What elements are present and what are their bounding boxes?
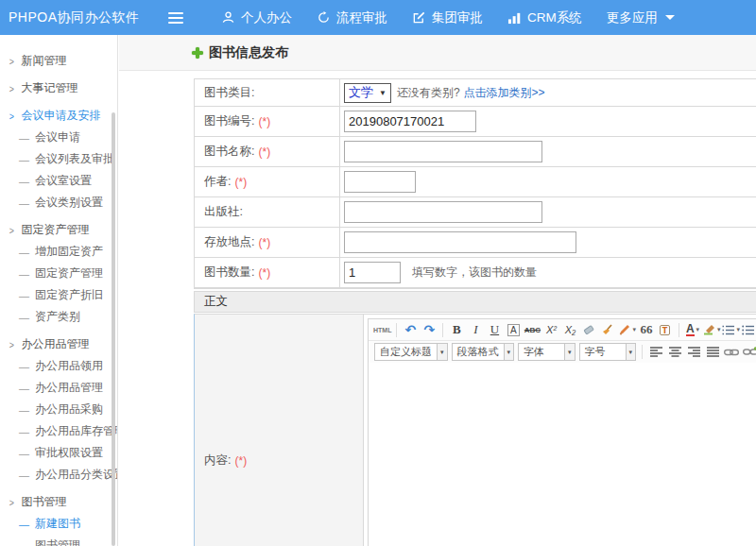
category-select[interactable]: 文学 ▼ <box>344 83 391 103</box>
form-row-book-number: 图书编号:(*) <box>195 107 756 137</box>
unordered-list-icon <box>742 325 754 335</box>
insert-link-button[interactable] <box>723 343 740 361</box>
sidebar-item-add-asset[interactable]: —增加固定资产 <box>0 241 117 263</box>
dash-icon: — <box>19 404 29 416</box>
sidebar-item-book-list[interactable]: —图书管理 <box>0 535 117 546</box>
nav-group-approval[interactable]: 集团审批 <box>412 9 483 26</box>
blockquote-button[interactable]: 66 <box>638 321 655 339</box>
ordered-list-button[interactable]: ▾ <box>722 321 740 339</box>
sidebar-item-meeting-list[interactable]: —会议列表及审批 <box>0 148 117 170</box>
sidebar-item-asset-manage[interactable]: —固定资产管理 <box>0 263 117 284</box>
nav-label: CRM系统 <box>527 9 582 26</box>
underline-button[interactable]: U <box>486 321 503 339</box>
html-source-button[interactable]: HTML <box>373 321 391 339</box>
field-label: 图书编号: <box>204 113 254 129</box>
sidebar-item-fixed-assets[interactable]: >固定资产管理 <box>0 219 117 241</box>
dropdown-caret-icon: ▾ <box>717 326 721 333</box>
unordered-list-button[interactable]: ▾ <box>742 321 756 339</box>
align-left-icon <box>650 347 662 357</box>
nav-crm-system[interactable]: CRM系统 <box>507 9 582 26</box>
sidebar-item-approval-permission[interactable]: —审批权限设置 <box>0 442 117 464</box>
paragraph-format-dropdown[interactable]: 段落格式 ▾ <box>452 343 515 361</box>
sidebar-menu: >新闻管理 >大事记管理 >会议申请及安排 —会议申请 —会议列表及审批 —会议… <box>0 35 118 546</box>
nav-more-apps[interactable]: 更多应用 <box>607 9 675 26</box>
sidebar-item-memorabilia[interactable]: >大事记管理 <box>0 77 117 99</box>
sidebar-item-meeting-room[interactable]: —会议室设置 <box>0 170 117 192</box>
dash-icon: — <box>19 176 29 187</box>
dropdown-caret-icon: ▾ <box>632 326 636 333</box>
sidebar-scrollbar[interactable] <box>112 112 115 546</box>
quantity-input[interactable] <box>344 262 401 283</box>
align-justify-icon <box>707 347 719 357</box>
book-number-input[interactable] <box>344 111 476 132</box>
page-title-bar: 图书信息发布 <box>119 35 756 71</box>
paint-pen-icon <box>618 324 630 335</box>
bold-button[interactable]: B <box>448 321 465 339</box>
clear-format-button[interactable] <box>599 321 616 339</box>
add-category-link[interactable]: 点击添加类别>> <box>464 85 545 101</box>
sidebar-item-meeting-apply[interactable]: —会议申请 <box>0 127 117 148</box>
align-center-button[interactable] <box>666 343 683 361</box>
font-family-dropdown[interactable]: 字体 ▾ <box>518 343 576 361</box>
dash-icon: — <box>19 154 29 165</box>
sidebar-item-book-manage[interactable]: >图书管理 <box>0 491 117 513</box>
field-label: 内容: <box>204 452 231 469</box>
align-right-button[interactable] <box>685 343 702 361</box>
location-input[interactable] <box>344 231 576 253</box>
superscript-button[interactable]: X² <box>542 321 559 339</box>
dash-icon: — <box>19 290 29 301</box>
custom-title-dropdown[interactable]: 自定义标题 ▾ <box>374 343 448 361</box>
align-left-button[interactable] <box>647 343 664 361</box>
unlink-button[interactable] <box>742 343 756 361</box>
redo-button[interactable]: ↷ <box>421 321 438 339</box>
sidebar-item-supplies-category[interactable]: —办公用品分类设置 <box>0 464 117 486</box>
editor-content-area[interactable] <box>369 363 756 546</box>
dropdown-caret-icon: ▾ <box>437 344 447 360</box>
publisher-input[interactable] <box>344 201 542 223</box>
paste-template-button[interactable]: T <box>657 321 674 339</box>
subscript-button[interactable]: X₂ <box>561 321 578 339</box>
required-mark: (*) <box>258 266 270 280</box>
form-row-publisher: 出版社: <box>195 197 756 228</box>
book-form: 图书类目: 文学 ▼ 还没有类别? 点击添加类别>> 图书编号:(*) <box>194 78 756 546</box>
edit-document-icon <box>412 10 426 25</box>
category-hint: 还没有类别? <box>397 85 460 101</box>
category-select-value: 文学 <box>349 84 373 101</box>
sidebar-item-asset-type[interactable]: —资产类别 <box>0 306 117 328</box>
sidebar-item-meeting[interactable]: >会议申请及安排 <box>0 105 117 127</box>
sidebar-item-supplies-manage[interactable]: —办公用品管理 <box>0 377 117 399</box>
eraser-button[interactable] <box>580 321 597 339</box>
book-name-input[interactable] <box>344 141 542 162</box>
font-color-button[interactable]: A ▾ <box>684 321 701 339</box>
broom-icon <box>601 324 614 336</box>
chevron-down-icon <box>665 15 675 20</box>
sidebar-item-office-supplies[interactable]: >办公用品管理 <box>0 333 117 355</box>
dash-icon: — <box>19 426 29 437</box>
nav-process-approval[interactable]: 流程审批 <box>317 9 387 26</box>
italic-button[interactable]: I <box>467 321 484 339</box>
undo-button[interactable]: ↶ <box>402 321 419 339</box>
svg-text:T: T <box>662 326 668 334</box>
font-background-button[interactable]: A <box>507 324 520 336</box>
dropdown-caret-icon: ▾ <box>626 344 636 360</box>
field-label: 图书类目: <box>204 85 254 101</box>
toolbar-separator <box>396 323 397 337</box>
highlight-color-button[interactable]: ▾ <box>703 321 721 339</box>
sidebar-item-supplies-stock[interactable]: —办公用品库存管理 <box>0 420 117 442</box>
font-size-dropdown[interactable]: 字号 ▾ <box>579 343 637 361</box>
add-plus-icon <box>192 47 203 59</box>
person-icon <box>221 10 235 25</box>
nav-personal-office[interactable]: 个人办公 <box>221 9 292 26</box>
sidebar-item-supplies-purchase[interactable]: —办公用品采购 <box>0 399 117 420</box>
hamburger-menu-icon[interactable] <box>168 12 183 24</box>
author-input[interactable] <box>344 171 416 193</box>
align-justify-button[interactable] <box>704 343 721 361</box>
sidebar-item-asset-depreciation[interactable]: —固定资产折旧 <box>0 284 117 306</box>
sidebar-item-new-book[interactable]: —新建图书 <box>0 513 117 535</box>
form-row-category: 图书类目: 文学 ▼ 还没有类别? 点击添加类别>> <box>195 79 756 107</box>
strikethrough-button[interactable]: ABC <box>524 321 541 339</box>
sidebar-item-supplies-claim[interactable]: —办公用品领用 <box>0 355 117 377</box>
sidebar-item-meeting-type[interactable]: —会议类别设置 <box>0 192 117 213</box>
format-painter-button[interactable]: ▾ <box>618 321 636 339</box>
sidebar-item-news[interactable]: >新闻管理 <box>0 50 117 72</box>
